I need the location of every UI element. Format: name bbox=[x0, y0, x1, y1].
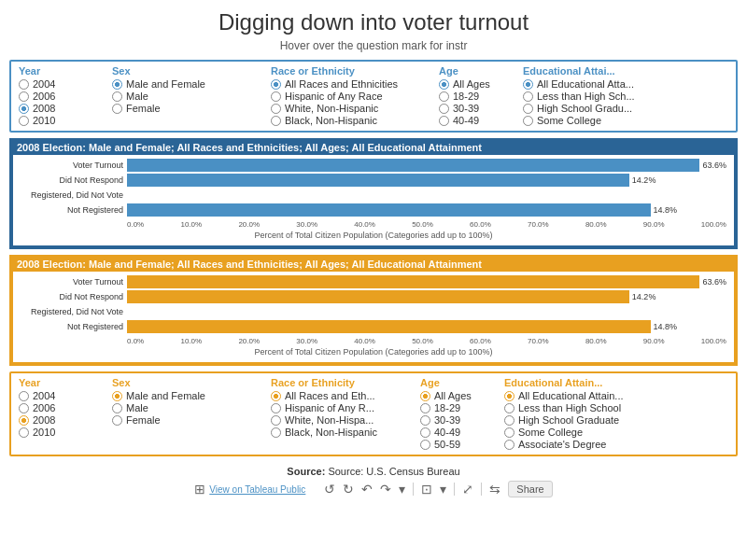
age-bottom-18[interactable]: 18-29 bbox=[420, 402, 486, 413]
edu-bottom-hs[interactable]: High School Graduate bbox=[504, 414, 644, 426]
radio-age-40[interactable] bbox=[439, 116, 449, 126]
sex-male-female[interactable]: Male and Female bbox=[112, 78, 252, 90]
nav-divider bbox=[413, 483, 414, 496]
age-bottom-all[interactable]: All Ages bbox=[420, 390, 486, 401]
year-bottom-2008[interactable]: 2008 bbox=[19, 414, 93, 426]
bar-turnout-blue bbox=[127, 159, 699, 172]
radio-age-30[interactable] bbox=[439, 104, 449, 114]
expand-icon[interactable]: ⤢ bbox=[462, 482, 473, 497]
device-icon[interactable]: ⊡ bbox=[421, 482, 432, 497]
age-bottom-50[interactable]: 50-59 bbox=[420, 439, 486, 450]
radio-age-bottom-all[interactable] bbox=[420, 391, 430, 401]
age-40[interactable]: 40-49 bbox=[439, 115, 504, 126]
dropdown-icon[interactable]: ▾ bbox=[399, 482, 405, 497]
bar-row-turnout-orange: Voter Turnout 63.6% bbox=[21, 275, 726, 288]
edu-all[interactable]: All Educational Atta... bbox=[523, 78, 654, 90]
radio-year-bottom-2008[interactable] bbox=[19, 415, 29, 426]
radio-edu-all[interactable] bbox=[523, 79, 533, 90]
edu-hs[interactable]: High School Gradu... bbox=[523, 103, 654, 114]
radio-race-bottom-black[interactable] bbox=[271, 427, 281, 438]
age-18[interactable]: 18-29 bbox=[439, 91, 504, 102]
sex-female[interactable]: Female bbox=[112, 103, 252, 114]
dropdown2-icon[interactable]: ▾ bbox=[440, 482, 446, 497]
race-white[interactable]: White, Non-Hispanic bbox=[271, 103, 420, 114]
radio-sex-bottom-mf[interactable] bbox=[112, 391, 122, 401]
radio-sex-male[interactable] bbox=[112, 91, 122, 102]
age-30[interactable]: 30-39 bbox=[439, 103, 504, 114]
tableau-link[interactable]: View on Tableau Public bbox=[209, 484, 305, 495]
radio-age-bottom-40[interactable] bbox=[420, 427, 430, 438]
radio-sex-male-female[interactable] bbox=[112, 79, 122, 90]
radio-year-bottom-2006[interactable] bbox=[19, 403, 29, 413]
sex-bottom-female[interactable]: Female bbox=[112, 414, 252, 426]
radio-edu-hs[interactable] bbox=[523, 104, 533, 114]
edu-bottom-less[interactable]: Less than High School bbox=[504, 402, 644, 413]
year-2006[interactable]: 2006 bbox=[19, 91, 93, 102]
year-bottom-2010[interactable]: 2010 bbox=[19, 427, 93, 438]
radio-edu-bottom-all[interactable] bbox=[504, 391, 514, 401]
nav-divider3 bbox=[481, 483, 482, 496]
year-2010[interactable]: 2010 bbox=[19, 115, 93, 126]
race-bottom-all[interactable]: All Races and Eth... bbox=[271, 390, 402, 401]
year-2008[interactable]: 2008 bbox=[19, 103, 93, 114]
age-bottom-40[interactable]: 40-49 bbox=[420, 427, 486, 438]
share-button[interactable]: Share bbox=[508, 481, 552, 497]
radio-race-white[interactable] bbox=[271, 104, 281, 114]
radio-year-bottom-2004[interactable] bbox=[19, 391, 29, 401]
radio-race-bottom-hispanic[interactable] bbox=[271, 403, 281, 413]
orange-chart-title: 2008 Election: Male and Female; All Race… bbox=[9, 255, 738, 272]
edu-col-header: Educational Attai... bbox=[523, 65, 654, 77]
radio-edu-bottom-less[interactable] bbox=[504, 403, 514, 413]
race-bottom-black[interactable]: Black, Non-Hispanic bbox=[271, 427, 402, 438]
radio-race-black[interactable] bbox=[271, 116, 281, 126]
sex-bottom-mf[interactable]: Male and Female bbox=[112, 390, 252, 401]
radio-age-18[interactable] bbox=[439, 91, 449, 102]
orange-x-axis: 0.0% 10.0% 20.0% 30.0% 40.0% 50.0% 60.0%… bbox=[21, 337, 726, 345]
forward-icon[interactable]: ↷ bbox=[380, 482, 391, 497]
race-bottom-white[interactable]: White, Non-Hispa... bbox=[271, 414, 402, 426]
radio-race-hispanic[interactable] bbox=[271, 91, 281, 102]
back-icon[interactable]: ↶ bbox=[361, 482, 373, 497]
radio-race-all[interactable] bbox=[271, 79, 281, 90]
radio-race-bottom-all[interactable] bbox=[271, 391, 281, 401]
blue-x-axis: 0.0% 10.0% 20.0% 30.0% 40.0% 50.0% 60.0%… bbox=[21, 220, 726, 229]
radio-age-bottom-30[interactable] bbox=[420, 415, 430, 426]
race-all[interactable]: All Races and Ethnicities bbox=[271, 78, 420, 90]
redo-icon[interactable]: ↻ bbox=[343, 482, 354, 497]
radio-year-2006[interactable] bbox=[19, 91, 29, 102]
edu-bottom-assoc[interactable]: Associate's Degree bbox=[504, 439, 644, 450]
radio-edu-bottom-some[interactable] bbox=[504, 427, 514, 438]
year-bottom-2004[interactable]: 2004 bbox=[19, 390, 93, 401]
edu-bottom-all[interactable]: All Educational Attain... bbox=[504, 390, 644, 401]
sex-bottom-male[interactable]: Male bbox=[112, 402, 252, 413]
year-bottom-2006[interactable]: 2006 bbox=[19, 402, 93, 413]
radio-edu-bottom-hs[interactable] bbox=[504, 415, 514, 426]
radio-year-2010[interactable] bbox=[19, 116, 29, 126]
radio-edu-bottom-assoc[interactable] bbox=[504, 440, 514, 450]
race-hispanic[interactable]: Hispanic of Any Race bbox=[271, 91, 420, 102]
age-bottom-30[interactable]: 30-39 bbox=[420, 414, 486, 426]
race-black[interactable]: Black, Non-Hispanic bbox=[271, 115, 420, 126]
top-filter-panel: Year 2004 2006 2008 2010 Sex Male and Fe… bbox=[9, 60, 738, 133]
radio-edu-some[interactable] bbox=[523, 116, 533, 126]
edu-bottom-some[interactable]: Some College bbox=[504, 427, 644, 438]
edu-less[interactable]: Less than High Sch... bbox=[523, 91, 654, 102]
radio-sex-bottom-female[interactable] bbox=[112, 415, 122, 426]
radio-sex-female[interactable] bbox=[112, 104, 122, 114]
edu-some[interactable]: Some College bbox=[523, 115, 654, 126]
race-bottom-hispanic[interactable]: Hispanic of Any R... bbox=[271, 402, 402, 413]
undo-icon[interactable]: ↺ bbox=[324, 482, 335, 497]
radio-edu-less[interactable] bbox=[523, 91, 533, 102]
radio-age-bottom-50[interactable] bbox=[420, 440, 430, 450]
radio-race-bottom-white[interactable] bbox=[271, 415, 281, 426]
radio-year-2008[interactable] bbox=[19, 104, 29, 114]
sex-male[interactable]: Male bbox=[112, 91, 252, 102]
radio-age-bottom-18[interactable] bbox=[420, 403, 430, 413]
tableau-logo[interactable]: ⊞ View on Tableau Public bbox=[194, 482, 305, 497]
radio-age-all[interactable] bbox=[439, 79, 449, 90]
radio-sex-bottom-male[interactable] bbox=[112, 403, 122, 413]
radio-year-bottom-2010[interactable] bbox=[19, 427, 29, 438]
age-all[interactable]: All Ages bbox=[439, 78, 504, 90]
year-2004[interactable]: 2004 bbox=[19, 78, 93, 90]
radio-year-2004[interactable] bbox=[19, 79, 29, 90]
